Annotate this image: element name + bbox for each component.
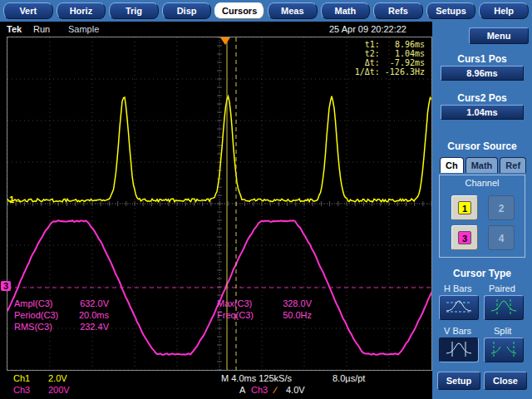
tab-ch[interactable]: Ch: [440, 157, 464, 173]
tab-math[interactable]: Math: [466, 157, 499, 173]
menu-button-setups[interactable]: Setups: [426, 2, 476, 19]
channel-2-button[interactable]: 2: [488, 195, 515, 220]
top-menu-bar: Vert Horiz Trig Disp Cursors Meas Math R…: [0, 0, 532, 22]
t1-label: t1:: [355, 40, 380, 49]
menu-button-disp[interactable]: Disp: [162, 2, 212, 19]
status-row: Tek Run Sample 25 Apr 09 20:22:22: [0, 24, 432, 36]
tab-ref[interactable]: Ref: [500, 157, 526, 173]
t1-value: 8.96ms: [385, 40, 425, 49]
cursor2-position-label: Curs2 Pos: [432, 92, 532, 104]
t2-label: t2:: [355, 49, 380, 58]
cursor-source-tabs: Ch Math Ref: [440, 157, 526, 173]
meas-freq-value: 50.0Hz: [268, 310, 312, 320]
menu-button-trig[interactable]: Trig: [109, 2, 159, 19]
menu-button-cursors[interactable]: Cursors: [214, 2, 264, 19]
h-bars-button[interactable]: [439, 295, 479, 320]
meas-freq-label: Freq(C3): [217, 310, 268, 320]
split-icon: [489, 340, 519, 358]
measurement-list-left: Ampl(C3) 632.0V Period(C3) 20.0ms RMS(C3…: [14, 298, 109, 332]
close-button[interactable]: Close: [484, 372, 527, 390]
oscilloscope-screen: Vert Horiz Trig Disp Cursors Meas Math R…: [0, 0, 532, 399]
acquisition-mode: Sample: [68, 24, 99, 34]
ch1-reference-marker: 1→: [9, 195, 23, 204]
paired-icon: [489, 298, 519, 316]
ch1-label: Ch1: [13, 373, 30, 383]
meas-max-label: Max(C3): [217, 298, 268, 308]
meas-period-value: 20.0ms: [66, 310, 109, 320]
cursor-source-title: Cursor Source: [432, 140, 532, 152]
timebase-readout: M 4.0ms 125kS/s: [221, 373, 292, 383]
meas-rms-label: RMS(C3): [14, 322, 66, 332]
cursor1-position-label: Curs1 Pos: [432, 53, 532, 65]
channel-3-icon: 3: [458, 231, 471, 244]
paired-label: Paired: [489, 283, 515, 293]
cursor-type-title: Cursor Type: [432, 268, 532, 279]
sample-resolution: 8.0µs/pt: [332, 373, 365, 383]
channel-group: Channel 1 2 3 4: [439, 175, 525, 258]
meas-max-value: 328.0V: [268, 298, 312, 308]
ch3-scale: 200V: [48, 385, 70, 395]
split-label: Split: [494, 326, 511, 336]
paired-button[interactable]: [484, 295, 524, 320]
tek-logo: Tek: [7, 24, 22, 34]
menu-button-horiz[interactable]: Horiz: [57, 2, 106, 19]
ch3-label: Ch3: [13, 385, 30, 395]
trigger-source: Ch3: [251, 385, 268, 395]
side-menu: Menu Curs1 Pos 8.96ms Curs2 Pos 1.04ms C…: [432, 22, 532, 399]
setup-button[interactable]: Setup: [437, 372, 480, 390]
channel-1-button[interactable]: 1: [451, 195, 478, 220]
delta-t-label: Δt:: [355, 58, 380, 67]
channel-2-label: 2: [499, 203, 505, 214]
trigger-type: A: [239, 385, 245, 395]
trigger-slope-icon: ∕: [274, 385, 276, 395]
split-button[interactable]: [484, 337, 524, 362]
ch1-scale: 2.0V: [48, 373, 67, 383]
meas-ampl-value: 632.0V: [66, 298, 109, 308]
delta-t-value: -7.92ms: [385, 58, 425, 67]
channel-3-button[interactable]: 3: [451, 225, 478, 250]
date-time: 25 Apr 09 20:22:22: [329, 24, 406, 34]
meas-period-label: Period(C3): [14, 310, 66, 320]
h-bars-icon: [444, 298, 474, 316]
channel-4-label: 4: [499, 233, 505, 244]
channel-4-button[interactable]: 4: [488, 225, 515, 250]
meas-rms-value: 232.4V: [66, 322, 109, 332]
channel-1-icon: 1: [458, 201, 471, 214]
v-bars-icon: [444, 340, 474, 358]
graticule: t1: 8.96ms t2: 1.04ms Δt: -7.92ms 1/Δt: …: [7, 37, 432, 371]
menu-button-refs[interactable]: Refs: [373, 2, 423, 19]
menu-button-meas[interactable]: Meas: [268, 2, 318, 19]
meas-ampl-label: Ampl(C3): [14, 298, 66, 308]
trigger-level: 4.0V: [286, 385, 305, 395]
t2-value: 1.04ms: [385, 49, 425, 58]
v-bars-button[interactable]: [439, 337, 479, 362]
h-bars-label: H Bars: [444, 283, 472, 293]
display-area: Tek Run Sample 25 Apr 09 20:22:22 t1: 8.…: [0, 22, 432, 399]
menu-button-help[interactable]: Help: [479, 2, 529, 19]
channel-group-label: Channel: [440, 178, 525, 188]
menu-button-vert[interactable]: Vert: [3, 2, 53, 19]
ch3-reference-marker: 3: [1, 281, 11, 291]
cursor1-position-value[interactable]: 8.96ms: [441, 66, 524, 81]
cursor-readout: t1: 8.96ms t2: 1.04ms Δt: -7.92ms 1/Δt: …: [355, 40, 425, 76]
measurement-list-mid: Max(C3) 328.0V Freq(C3) 50.0Hz: [217, 298, 312, 320]
menu-button[interactable]: Menu: [469, 27, 529, 44]
menu-button-math[interactable]: Math: [321, 2, 371, 19]
cursor2-position-value[interactable]: 1.04ms: [441, 105, 524, 120]
inv-delta-t-value: -126.3Hz: [385, 67, 425, 76]
v-bars-label: V Bars: [444, 326, 471, 336]
inv-delta-t-label: 1/Δt:: [355, 67, 380, 76]
acquisition-state: Run: [33, 24, 50, 34]
